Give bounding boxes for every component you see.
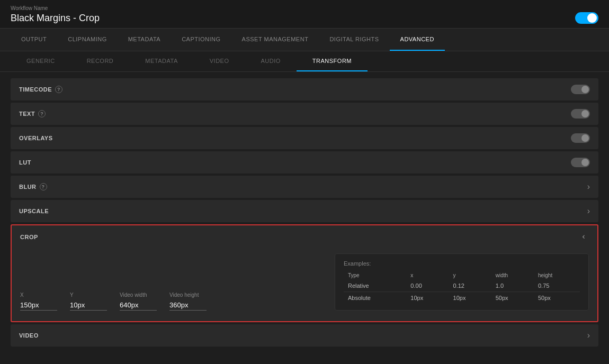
crop-chevron-icon: ⌄ xyxy=(580,233,590,240)
examples-absolute-y: 10px xyxy=(449,292,491,304)
lut-toggle-knob xyxy=(581,159,589,166)
lut-label: LUT xyxy=(19,159,31,166)
tab-output[interactable]: OUTPUT xyxy=(11,29,57,51)
sub-nav: GENERIC RECORD METADATA VIDEO AUDIO TRAN… xyxy=(0,51,609,72)
examples-relative-x: 0.00 xyxy=(406,280,449,292)
top-nav: OUTPUT CLIPNAMING METADATA CAPTIONING AS… xyxy=(0,29,609,51)
examples-absolute-type: Absolute xyxy=(344,292,406,304)
crop-inputs: X Y Video width Video height xyxy=(20,253,207,311)
section-upscale[interactable]: UPSCALE › xyxy=(11,200,598,222)
examples-title: Examples: xyxy=(344,260,580,267)
timecode-toggle-knob xyxy=(581,86,589,93)
crop-video-height-input[interactable] xyxy=(169,300,207,311)
examples-absolute-width: 50px xyxy=(491,292,534,304)
blur-chevron-icon: › xyxy=(587,182,590,192)
subtab-transform[interactable]: TRANSFORM xyxy=(297,51,368,71)
workflow-title-row: Black Margins - Crop xyxy=(11,12,598,24)
toggle-knob xyxy=(587,13,597,23)
content-area: TIMECODE ? TEXT ? OVERLAYS xyxy=(0,72,609,364)
blur-label: BLUR xyxy=(19,184,37,190)
subtab-record[interactable]: RECORD xyxy=(71,51,130,71)
workflow-name-label: Workflow Name xyxy=(11,5,598,11)
overlays-label: OVERLAYS xyxy=(19,135,53,141)
examples-header-type: Type xyxy=(344,271,406,280)
tab-digital-rights[interactable]: DIGITAL RIGHTS xyxy=(319,29,389,51)
header: Workflow Name Black Margins - Crop xyxy=(0,0,609,29)
examples-table: Type x y width height Relative 0.00 0.12 xyxy=(344,271,580,304)
crop-body: X Y Video width Video height Exam xyxy=(12,248,597,321)
examples-box: Examples: Type x y width height Rel xyxy=(335,253,589,311)
examples-header-height: height xyxy=(534,271,580,280)
text-toggle-knob xyxy=(581,110,589,117)
section-video[interactable]: VIDEO › xyxy=(11,324,598,347)
section-blur[interactable]: BLUR ? › xyxy=(11,176,598,198)
lut-toggle[interactable] xyxy=(571,158,590,167)
crop-field-y: Y xyxy=(70,292,107,311)
text-help-icon[interactable]: ? xyxy=(38,110,46,117)
examples-row-relative: Relative 0.00 0.12 1.0 0.75 xyxy=(344,280,580,292)
crop-y-input[interactable] xyxy=(70,300,107,311)
video-label: VIDEO xyxy=(19,332,39,339)
timecode-toggle[interactable] xyxy=(571,85,590,94)
tab-metadata[interactable]: METADATA xyxy=(118,29,171,51)
crop-x-input[interactable] xyxy=(20,300,57,311)
upscale-label: UPSCALE xyxy=(19,208,49,214)
examples-header-x: x xyxy=(406,271,449,280)
section-crop: CROP ⌄ X Y Video width Vide xyxy=(11,224,598,322)
overlays-toggle[interactable] xyxy=(571,133,590,143)
examples-absolute-x: 10px xyxy=(406,292,449,304)
crop-video-width-label: Video width xyxy=(120,292,157,298)
overlays-toggle-knob xyxy=(581,134,589,142)
examples-relative-height: 0.75 xyxy=(534,280,580,292)
upscale-chevron-icon: › xyxy=(587,206,590,216)
section-timecode[interactable]: TIMECODE ? xyxy=(11,78,598,101)
timecode-help-icon[interactable]: ? xyxy=(55,86,62,93)
timecode-label: TIMECODE xyxy=(19,86,52,93)
workflow-toggle[interactable] xyxy=(575,12,598,24)
crop-header[interactable]: CROP ⌄ xyxy=(12,225,597,248)
tab-captioning[interactable]: CAPTIONING xyxy=(171,29,231,51)
text-toggle[interactable] xyxy=(571,109,590,119)
tab-asset-management[interactable]: ASSET MANAGEMENT xyxy=(231,29,319,51)
examples-relative-type: Relative xyxy=(344,280,406,292)
workflow-title: Black Margins - Crop xyxy=(11,13,100,24)
crop-field-x: X xyxy=(20,292,57,311)
blur-help-icon[interactable]: ? xyxy=(40,183,47,190)
subtab-generic[interactable]: GENERIC xyxy=(11,51,71,71)
subtab-audio[interactable]: AUDIO xyxy=(245,51,296,71)
crop-video-height-label: Video height xyxy=(169,292,207,298)
examples-header-width: width xyxy=(491,271,534,280)
examples-relative-width: 1.0 xyxy=(491,280,534,292)
text-label: TEXT xyxy=(19,111,35,117)
examples-relative-y: 0.12 xyxy=(449,280,491,292)
subtab-video[interactable]: VIDEO xyxy=(194,51,245,71)
tab-clipnaming[interactable]: CLIPNAMING xyxy=(57,29,117,51)
crop-field-video-width: Video width xyxy=(120,292,157,311)
section-lut[interactable]: LUT xyxy=(11,151,598,174)
video-chevron-icon: › xyxy=(587,331,590,340)
examples-row-absolute: Absolute 10px 10px 50px 50px xyxy=(344,292,580,304)
section-overlays[interactable]: OVERLAYS xyxy=(11,127,598,149)
crop-field-video-height: Video height xyxy=(169,292,207,311)
crop-video-width-input[interactable] xyxy=(120,300,157,311)
section-text[interactable]: TEXT ? xyxy=(11,103,598,125)
crop-x-label: X xyxy=(20,292,57,298)
subtab-metadata[interactable]: METADATA xyxy=(129,51,193,71)
examples-header-y: y xyxy=(449,271,491,280)
crop-y-label: Y xyxy=(70,292,107,298)
crop-label: CROP xyxy=(20,234,38,240)
examples-absolute-height: 50px xyxy=(534,292,580,304)
tab-advanced[interactable]: ADVANCED xyxy=(390,29,445,51)
